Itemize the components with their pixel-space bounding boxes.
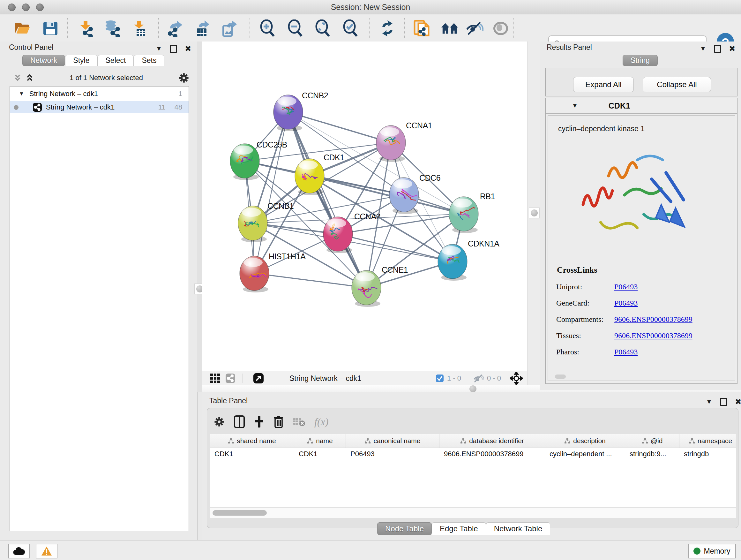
zoom-selected-icon[interactable] [341, 20, 359, 37]
collapse-all-chevrons-icon[interactable] [25, 74, 35, 82]
export-network-icon[interactable] [167, 20, 185, 37]
column-header-label: description [573, 437, 606, 445]
table-options-gear-icon[interactable] [213, 416, 225, 428]
crosslink-link[interactable]: 9606.ENSP00000378699 [614, 315, 692, 324]
column-header-name[interactable]: name [294, 434, 346, 448]
expand-all-button[interactable]: Expand All [573, 77, 634, 92]
hide-details-eye-slash-icon[interactable] [466, 20, 483, 37]
show-columns-icon[interactable] [234, 415, 245, 428]
panel-close-icon[interactable]: ✖ [729, 44, 736, 53]
column-header-description[interactable]: description [545, 434, 625, 448]
table-cell[interactable]: P06493 [346, 450, 440, 458]
import-network-file-icon[interactable] [77, 20, 94, 37]
tab-network[interactable]: Network [22, 55, 65, 66]
table-cell[interactable]: cyclin–dependent ... [545, 450, 625, 458]
panel-float-icon[interactable] [170, 45, 177, 53]
birds-eye-icon[interactable] [492, 20, 510, 37]
tab-select[interactable]: Select [98, 55, 134, 66]
network-canvas[interactable]: CCNB2CCNA1CDC25BCDK1CDC6RB1CCNB1CCNA2CDK… [202, 42, 527, 371]
open-in-window-icon[interactable] [253, 373, 264, 384]
zoom-fit-icon[interactable] [313, 20, 331, 37]
zoom-out-icon[interactable] [286, 20, 304, 37]
panel-collapse-icon[interactable]: ▼ [706, 398, 712, 406]
column-header-canonical-name[interactable]: canonical name [346, 434, 440, 448]
export-table-icon[interactable] [194, 20, 212, 37]
network-collection-row[interactable]: ▼ String Network – cdk1 1 [10, 86, 189, 99]
crosslink-link[interactable]: P06493 [614, 299, 637, 307]
tab-sets[interactable]: Sets [134, 55, 164, 66]
duplicate-network-icon[interactable] [413, 20, 431, 37]
table-hscroll-thumb[interactable] [212, 510, 267, 516]
cloud-button[interactable] [8, 544, 30, 558]
delete-table-icon[interactable] [293, 417, 306, 427]
network-edge-HIST1H1A-CCNE1[interactable] [254, 273, 366, 288]
column-header-label: name [316, 437, 333, 445]
crosslink-link[interactable]: P06493 [614, 283, 637, 291]
network-options-gear-icon[interactable] [178, 72, 190, 84]
function-builder-icon[interactable]: f(x) [314, 416, 328, 428]
node-gloss [453, 199, 472, 207]
grid-view-icon[interactable] [210, 373, 220, 383]
import-network-database-icon[interactable] [104, 20, 121, 37]
panel-close-icon[interactable]: ✖ [185, 44, 192, 53]
tab-edge-table[interactable]: Edge Table [432, 522, 486, 535]
right-splitter-knob[interactable] [529, 207, 540, 219]
warning-icon [41, 546, 52, 556]
delete-column-trash-icon[interactable] [273, 415, 284, 428]
network-graph-svg[interactable]: CCNB2CCNA1CDC25BCDK1CDC6RB1CCNB1CCNA2CDK… [202, 42, 527, 371]
column-header-shared-name[interactable]: shared name [210, 434, 294, 448]
node-table[interactable]: shared namenamecanonical namedatabase id… [210, 434, 736, 507]
network-edge-CCNB2-HIST1H1A[interactable] [254, 112, 288, 273]
column-header-@id[interactable]: @id [625, 434, 679, 448]
panel-float-icon[interactable] [720, 398, 727, 406]
table-hscrollbar[interactable] [210, 508, 736, 518]
collection-name: String Network – cdk1 [29, 90, 98, 98]
network-edge-CCNB2-CCNE1[interactable] [288, 112, 366, 288]
panel-collapse-icon[interactable]: ▼ [700, 45, 706, 52]
network-row-selected[interactable]: String Network – cdk1 11 48 [10, 101, 189, 113]
results-hscroll-thumb[interactable] [555, 374, 566, 379]
tab-node-table[interactable]: Node Table [377, 522, 432, 535]
toolbar-separator [250, 18, 250, 38]
table-cell[interactable]: 9606.ENSP00000378699 [440, 450, 545, 458]
tab-style[interactable]: Style [65, 55, 97, 66]
crosslink-link[interactable]: P06493 [614, 348, 637, 356]
warning-button[interactable] [36, 544, 57, 558]
gene-collapse-icon[interactable]: ▼ [572, 102, 578, 109]
table-cell[interactable]: CDK1 [210, 450, 294, 458]
zoom-in-icon[interactable] [258, 20, 276, 37]
network-edge-CCNB2-CCNA1[interactable] [288, 112, 391, 143]
left-splitter[interactable] [197, 42, 202, 392]
gene-header[interactable]: ▼ CDK1 [546, 98, 737, 114]
selected-checkbox-icon[interactable] [435, 374, 444, 382]
panel-float-icon[interactable] [714, 45, 721, 53]
panel-close-icon[interactable]: ✖ [735, 397, 741, 407]
export-image-icon[interactable] [220, 20, 239, 37]
panel-collapse-icon[interactable]: ▼ [156, 45, 162, 52]
crosslink-link[interactable]: 9606.ENSP00000378699 [614, 331, 692, 340]
hidden-eye-slash-icon[interactable] [473, 374, 484, 383]
import-table-icon[interactable] [130, 20, 148, 37]
table-cell[interactable]: stringdb:9... [625, 450, 679, 458]
node-label-CCNB1: CCNB1 [267, 201, 293, 210]
table-row[interactable]: CDK1CDK1P064939606.ENSP00000378699cyclin… [210, 448, 736, 460]
tree-expand-icon[interactable]: ▼ [19, 91, 24, 97]
column-header-namespace[interactable]: namespace [679, 434, 736, 448]
refresh-icon[interactable] [379, 20, 396, 37]
tab-network-table[interactable]: Network Table [486, 522, 550, 535]
column-header-database-identifier[interactable]: database identifier [440, 434, 545, 448]
birdseye-crosshair-icon[interactable] [510, 372, 523, 385]
network-overview-icon[interactable] [441, 20, 459, 37]
network-view-icon[interactable] [225, 373, 235, 383]
crosslink-label: Tissues: [556, 331, 614, 340]
open-session-icon[interactable] [13, 20, 31, 37]
add-column-icon[interactable] [254, 415, 265, 428]
table-cell[interactable]: stringdb [679, 450, 736, 458]
right-splitter[interactable] [527, 42, 540, 390]
tab-string[interactable]: String [623, 55, 658, 66]
table-cell[interactable]: CDK1 [294, 450, 346, 458]
memory-button[interactable]: Memory [688, 544, 736, 558]
save-session-icon[interactable] [42, 20, 59, 37]
expand-all-chevrons-icon[interactable] [13, 74, 22, 82]
collapse-all-button[interactable]: Collapse All [643, 77, 711, 92]
